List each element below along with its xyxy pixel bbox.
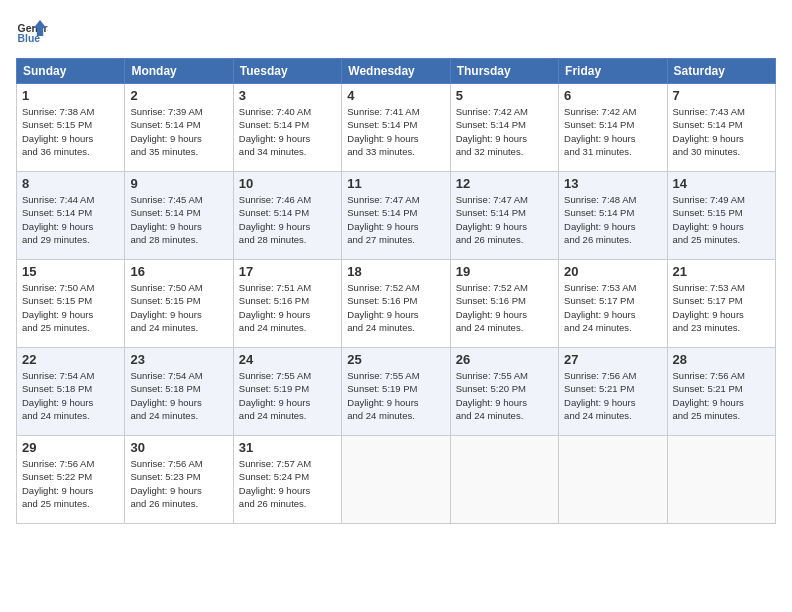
day-number: 4: [347, 88, 444, 103]
page-header: General Blue: [16, 16, 776, 48]
day-info: Sunrise: 7:54 AM Sunset: 5:18 PM Dayligh…: [22, 369, 119, 422]
weekday-header: Friday: [559, 59, 667, 84]
calendar-cell: 25Sunrise: 7:55 AM Sunset: 5:19 PM Dayli…: [342, 348, 450, 436]
calendar-cell: [559, 436, 667, 524]
weekday-header: Sunday: [17, 59, 125, 84]
calendar-cell: 17Sunrise: 7:51 AM Sunset: 5:16 PM Dayli…: [233, 260, 341, 348]
day-number: 20: [564, 264, 661, 279]
calendar-cell: 15Sunrise: 7:50 AM Sunset: 5:15 PM Dayli…: [17, 260, 125, 348]
logo-icon: General Blue: [16, 16, 48, 48]
calendar-cell: 1Sunrise: 7:38 AM Sunset: 5:15 PM Daylig…: [17, 84, 125, 172]
day-number: 3: [239, 88, 336, 103]
day-info: Sunrise: 7:38 AM Sunset: 5:15 PM Dayligh…: [22, 105, 119, 158]
day-number: 12: [456, 176, 553, 191]
day-number: 16: [130, 264, 227, 279]
day-info: Sunrise: 7:50 AM Sunset: 5:15 PM Dayligh…: [22, 281, 119, 334]
day-info: Sunrise: 7:49 AM Sunset: 5:15 PM Dayligh…: [673, 193, 770, 246]
day-info: Sunrise: 7:53 AM Sunset: 5:17 PM Dayligh…: [673, 281, 770, 334]
calendar-cell: 8Sunrise: 7:44 AM Sunset: 5:14 PM Daylig…: [17, 172, 125, 260]
weekday-header: Monday: [125, 59, 233, 84]
calendar-cell: 19Sunrise: 7:52 AM Sunset: 5:16 PM Dayli…: [450, 260, 558, 348]
calendar-cell: 26Sunrise: 7:55 AM Sunset: 5:20 PM Dayli…: [450, 348, 558, 436]
day-info: Sunrise: 7:56 AM Sunset: 5:21 PM Dayligh…: [564, 369, 661, 422]
calendar-table: SundayMondayTuesdayWednesdayThursdayFrid…: [16, 58, 776, 524]
day-number: 9: [130, 176, 227, 191]
calendar-cell: 5Sunrise: 7:42 AM Sunset: 5:14 PM Daylig…: [450, 84, 558, 172]
calendar-cell: 4Sunrise: 7:41 AM Sunset: 5:14 PM Daylig…: [342, 84, 450, 172]
day-info: Sunrise: 7:53 AM Sunset: 5:17 PM Dayligh…: [564, 281, 661, 334]
calendar-cell: 10Sunrise: 7:46 AM Sunset: 5:14 PM Dayli…: [233, 172, 341, 260]
day-info: Sunrise: 7:56 AM Sunset: 5:23 PM Dayligh…: [130, 457, 227, 510]
day-number: 24: [239, 352, 336, 367]
day-info: Sunrise: 7:47 AM Sunset: 5:14 PM Dayligh…: [347, 193, 444, 246]
day-info: Sunrise: 7:55 AM Sunset: 5:20 PM Dayligh…: [456, 369, 553, 422]
day-number: 22: [22, 352, 119, 367]
day-number: 27: [564, 352, 661, 367]
day-number: 21: [673, 264, 770, 279]
day-info: Sunrise: 7:57 AM Sunset: 5:24 PM Dayligh…: [239, 457, 336, 510]
calendar-cell: 18Sunrise: 7:52 AM Sunset: 5:16 PM Dayli…: [342, 260, 450, 348]
day-info: Sunrise: 7:48 AM Sunset: 5:14 PM Dayligh…: [564, 193, 661, 246]
calendar-cell: 13Sunrise: 7:48 AM Sunset: 5:14 PM Dayli…: [559, 172, 667, 260]
day-info: Sunrise: 7:56 AM Sunset: 5:22 PM Dayligh…: [22, 457, 119, 510]
day-info: Sunrise: 7:52 AM Sunset: 5:16 PM Dayligh…: [347, 281, 444, 334]
calendar-cell: 24Sunrise: 7:55 AM Sunset: 5:19 PM Dayli…: [233, 348, 341, 436]
day-info: Sunrise: 7:50 AM Sunset: 5:15 PM Dayligh…: [130, 281, 227, 334]
calendar-cell: 29Sunrise: 7:56 AM Sunset: 5:22 PM Dayli…: [17, 436, 125, 524]
day-number: 10: [239, 176, 336, 191]
calendar-cell: 20Sunrise: 7:53 AM Sunset: 5:17 PM Dayli…: [559, 260, 667, 348]
day-number: 18: [347, 264, 444, 279]
day-number: 11: [347, 176, 444, 191]
day-info: Sunrise: 7:39 AM Sunset: 5:14 PM Dayligh…: [130, 105, 227, 158]
day-info: Sunrise: 7:51 AM Sunset: 5:16 PM Dayligh…: [239, 281, 336, 334]
day-number: 17: [239, 264, 336, 279]
calendar-cell: 6Sunrise: 7:42 AM Sunset: 5:14 PM Daylig…: [559, 84, 667, 172]
day-number: 23: [130, 352, 227, 367]
day-number: 1: [22, 88, 119, 103]
day-number: 30: [130, 440, 227, 455]
day-number: 19: [456, 264, 553, 279]
day-number: 2: [130, 88, 227, 103]
calendar-cell: 27Sunrise: 7:56 AM Sunset: 5:21 PM Dayli…: [559, 348, 667, 436]
day-number: 7: [673, 88, 770, 103]
calendar-cell: 12Sunrise: 7:47 AM Sunset: 5:14 PM Dayli…: [450, 172, 558, 260]
day-info: Sunrise: 7:42 AM Sunset: 5:14 PM Dayligh…: [456, 105, 553, 158]
day-info: Sunrise: 7:41 AM Sunset: 5:14 PM Dayligh…: [347, 105, 444, 158]
day-info: Sunrise: 7:40 AM Sunset: 5:14 PM Dayligh…: [239, 105, 336, 158]
calendar-cell: [342, 436, 450, 524]
calendar-cell: [450, 436, 558, 524]
day-number: 8: [22, 176, 119, 191]
calendar-cell: 3Sunrise: 7:40 AM Sunset: 5:14 PM Daylig…: [233, 84, 341, 172]
day-info: Sunrise: 7:42 AM Sunset: 5:14 PM Dayligh…: [564, 105, 661, 158]
day-info: Sunrise: 7:45 AM Sunset: 5:14 PM Dayligh…: [130, 193, 227, 246]
day-info: Sunrise: 7:55 AM Sunset: 5:19 PM Dayligh…: [347, 369, 444, 422]
calendar-cell: 30Sunrise: 7:56 AM Sunset: 5:23 PM Dayli…: [125, 436, 233, 524]
day-number: 26: [456, 352, 553, 367]
logo: General Blue: [16, 16, 48, 48]
day-number: 13: [564, 176, 661, 191]
day-number: 15: [22, 264, 119, 279]
day-number: 28: [673, 352, 770, 367]
calendar-cell: 2Sunrise: 7:39 AM Sunset: 5:14 PM Daylig…: [125, 84, 233, 172]
weekday-header: Saturday: [667, 59, 775, 84]
day-info: Sunrise: 7:54 AM Sunset: 5:18 PM Dayligh…: [130, 369, 227, 422]
calendar-cell: 21Sunrise: 7:53 AM Sunset: 5:17 PM Dayli…: [667, 260, 775, 348]
day-number: 6: [564, 88, 661, 103]
weekday-header: Wednesday: [342, 59, 450, 84]
day-info: Sunrise: 7:44 AM Sunset: 5:14 PM Dayligh…: [22, 193, 119, 246]
calendar-cell: 28Sunrise: 7:56 AM Sunset: 5:21 PM Dayli…: [667, 348, 775, 436]
day-info: Sunrise: 7:56 AM Sunset: 5:21 PM Dayligh…: [673, 369, 770, 422]
calendar-cell: 16Sunrise: 7:50 AM Sunset: 5:15 PM Dayli…: [125, 260, 233, 348]
weekday-header: Tuesday: [233, 59, 341, 84]
weekday-header: Thursday: [450, 59, 558, 84]
day-number: 31: [239, 440, 336, 455]
calendar-cell: 22Sunrise: 7:54 AM Sunset: 5:18 PM Dayli…: [17, 348, 125, 436]
calendar-cell: 14Sunrise: 7:49 AM Sunset: 5:15 PM Dayli…: [667, 172, 775, 260]
day-info: Sunrise: 7:46 AM Sunset: 5:14 PM Dayligh…: [239, 193, 336, 246]
day-number: 25: [347, 352, 444, 367]
calendar-cell: 9Sunrise: 7:45 AM Sunset: 5:14 PM Daylig…: [125, 172, 233, 260]
day-number: 5: [456, 88, 553, 103]
calendar-cell: 31Sunrise: 7:57 AM Sunset: 5:24 PM Dayli…: [233, 436, 341, 524]
calendar-cell: 11Sunrise: 7:47 AM Sunset: 5:14 PM Dayli…: [342, 172, 450, 260]
day-info: Sunrise: 7:47 AM Sunset: 5:14 PM Dayligh…: [456, 193, 553, 246]
